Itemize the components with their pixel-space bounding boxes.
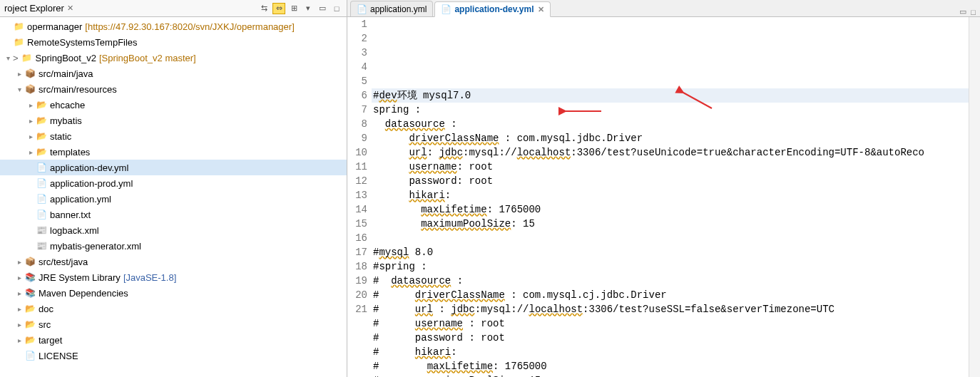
code-line-11[interactable] [372, 231, 980, 245]
code-line-14[interactable]: # datasource : [372, 274, 980, 288]
line-number: 19 [347, 274, 367, 288]
tree-label: templates [50, 147, 90, 157]
code-line-17[interactable]: # username : root [372, 316, 980, 331]
focus-icon[interactable]: ⊞ [288, 3, 300, 14]
line-number: 7 [347, 103, 367, 117]
collapse-all-icon[interactable]: ⇆ [258, 3, 270, 14]
tree-label: opermanager [27, 21, 82, 32]
file-icon: 📄 [36, 193, 47, 205]
code-line-6[interactable]: username: root [372, 160, 980, 174]
tree-node-jre-system-library[interactable]: 📚JRE System Library[JavaSE-1.8] [0, 269, 347, 285]
project-tree[interactable]: 📁opermanager[https://47.92.30.167:8020/s… [0, 17, 347, 377]
tree-node-mybatis-generator-xml[interactable]: 📰mybatis-generator.xml [0, 238, 347, 254]
tree-label: src/test/java [39, 257, 88, 267]
expander-icon[interactable] [14, 86, 24, 93]
file-icon: 📄 [441, 4, 451, 14]
tree-label: ehcache [50, 100, 85, 110]
minimize-icon[interactable]: ▭ [317, 3, 328, 14]
folder-icon: 📂 [24, 334, 36, 346]
line-number: 17 [347, 245, 367, 259]
editor-maximize-icon[interactable]: □ [971, 8, 976, 16]
editor-minimize-icon[interactable]: ▭ [959, 7, 966, 16]
code-line-12[interactable]: #mysql 8.0 [372, 245, 980, 259]
view-menu-icon[interactable]: ▾ [302, 3, 314, 14]
tree-node-src-test-java[interactable]: 📦src/test/java [0, 254, 347, 269]
panel-close-marker[interactable]: ✕ [67, 4, 73, 13]
code-line-10[interactable]: maximumPoolSize: 15 [372, 217, 980, 231]
editor-tab-application-yml[interactable]: 📄application.yml [350, 1, 433, 16]
code-line-4[interactable]: driverClassName : com.mysql.jdbc.Driver [372, 131, 980, 145]
line-number: 20 [347, 288, 367, 302]
tree-node-ehcache[interactable]: 📂ehcache [0, 97, 347, 113]
expander-icon[interactable] [26, 148, 36, 156]
tree-label: src/main/resources [39, 84, 117, 95]
tab-close-icon[interactable]: ✕ [538, 5, 544, 14]
code-line-19[interactable]: # hikari: [372, 345, 980, 359]
code-line-8[interactable]: hikari: [372, 188, 980, 202]
code-line-20[interactable]: # maxLifetime: 1765000 [372, 359, 980, 373]
line-number: 13 [347, 188, 367, 202]
tree-node-application-prod-yml[interactable]: 📄application-prod.yml [0, 175, 347, 191]
code-line-18[interactable]: # password : root [372, 331, 980, 345]
code-line-1[interactable]: #dev环境 mysql7.0 [372, 88, 980, 103]
line-number: 4 [347, 60, 367, 74]
expander-icon[interactable] [14, 305, 24, 313]
expander-icon[interactable] [14, 321, 24, 329]
code-line-16[interactable]: # url : jdbc:mysql://localhost:3306/test… [372, 302, 980, 316]
expander-icon[interactable] [14, 274, 24, 282]
line-number: 2 [347, 31, 367, 46]
expander-icon[interactable] [26, 117, 36, 125]
expander-icon[interactable] [14, 258, 24, 266]
tree-node-src-main-java[interactable]: 📦src/main/java [0, 66, 347, 81]
code-line-2[interactable]: spring : [372, 103, 980, 117]
expander-icon[interactable] [26, 133, 36, 140]
tree-node-src[interactable]: 📂src [0, 316, 347, 332]
tree-node-banner-txt[interactable]: 📄banner.txt [0, 207, 347, 222]
tree-node-src-main-resources[interactable]: 📦src/main/resources [0, 81, 347, 97]
tree-node-license[interactable]: 📄LICENSE [0, 348, 347, 363]
link-with-editor-icon[interactable]: ⇔ [272, 3, 285, 14]
tree-node-static[interactable]: 📂static [0, 128, 347, 144]
code-line-21[interactable]: # maximumPoolSize: 15 [372, 373, 980, 377]
tree-node-opermanager[interactable]: 📁opermanager[https://47.92.30.167:8020/s… [0, 19, 347, 34]
maximize-icon[interactable]: □ [331, 3, 342, 14]
expander-icon[interactable] [3, 54, 13, 62]
tree-node-mybatis[interactable]: 📂mybatis [0, 113, 347, 128]
code-line-13[interactable]: #spring : [372, 259, 980, 274]
tree-node-springboot-v2[interactable]: >📁SpringBoot_v2[SpringBoot_v2 master] [0, 50, 347, 66]
tree-node-doc[interactable]: 📂doc [0, 301, 347, 316]
expander-icon[interactable] [26, 101, 36, 109]
tree-label: banner.txt [50, 210, 91, 220]
line-number: 18 [347, 259, 367, 274]
tree-node-application-dev-yml[interactable]: 📄application-dev.yml [0, 160, 347, 175]
tree-node-templates[interactable]: 📂templates [0, 144, 347, 160]
folder-icon: 📂 [36, 99, 47, 110]
tree-node-target[interactable]: 📂target [0, 332, 347, 348]
expander-icon[interactable] [14, 70, 24, 78]
panel-title: roject Explorer [4, 3, 64, 14]
tree-node-application-yml[interactable]: 📄application.yml [0, 191, 347, 207]
folder-icon: 📂 [36, 146, 47, 157]
tree-node-logback-xml[interactable]: 📰logback.xml [0, 222, 347, 238]
project-icon: 📁 [13, 21, 24, 32]
code-line-7[interactable]: password: root [372, 174, 980, 188]
tree-node-remotesystemstempfiles[interactable]: 📁RemoteSystemsTempFiles [0, 34, 347, 50]
tree-label: application-dev.yml [50, 162, 128, 173]
tree-label: target [39, 335, 62, 346]
code-line-9[interactable]: maxLifetime: 1765000 [372, 202, 980, 217]
line-number: 11 [347, 160, 367, 174]
overview-ruler[interactable] [969, 17, 980, 377]
expander-icon[interactable] [14, 336, 24, 344]
line-number: 1 [347, 17, 367, 31]
project-icon: 📁 [13, 36, 24, 48]
tree-node-maven-dependencies[interactable]: 📚Maven Dependencies [0, 285, 347, 301]
code-line-5[interactable]: url: jdbc:mysql://localhost:3306/test?us… [372, 145, 980, 160]
code-line-3[interactable]: datasource : [372, 117, 980, 131]
expander-icon[interactable] [14, 289, 24, 297]
code-content[interactable]: #dev环境 mysql7.0spring : datasource : dri… [372, 17, 980, 377]
editor-tab-application-dev-yml[interactable]: 📄application-dev.yml✕ [434, 1, 550, 17]
editor-area[interactable]: 123456789101112131415161718192021 #dev环境… [347, 17, 980, 377]
editor-panel: 📄application.yml📄application-dev.yml✕ ▭ … [347, 0, 980, 377]
folder-icon: 📂 [36, 130, 47, 142]
code-line-15[interactable]: # driverClassName : com.mysql.cj.jdbc.Dr… [372, 288, 980, 302]
